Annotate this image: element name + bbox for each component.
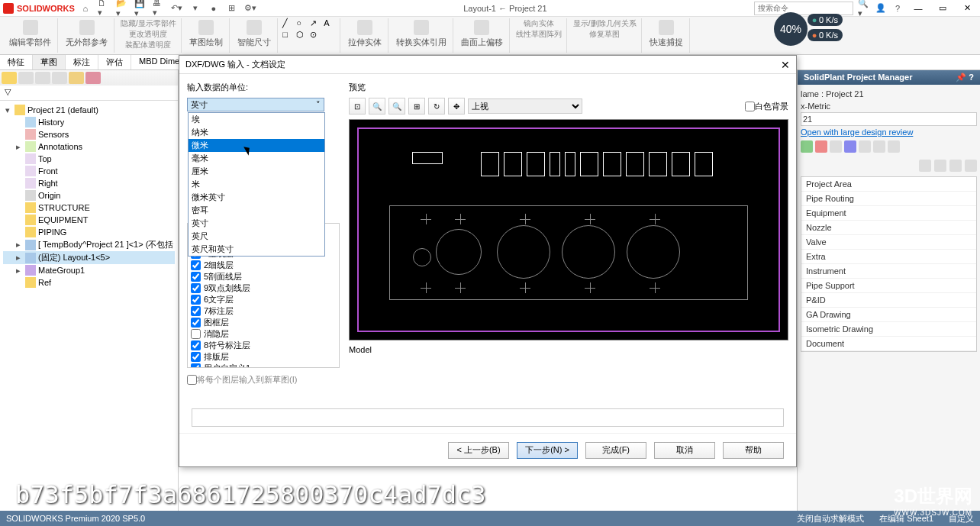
solidplant-tab[interactable] <box>85 72 101 84</box>
panel-pin-icon[interactable]: 📌 ? <box>956 73 974 82</box>
repair-sketch-button[interactable]: 修复草图 <box>589 29 620 40</box>
layer-item[interactable]: 排版层 <box>189 351 337 363</box>
tree-item[interactable]: STRUCTURE <box>3 202 175 214</box>
tree-item[interactable]: ▸MateGroup1 <box>3 264 175 276</box>
layer-item[interactable]: 5剖面线层 <box>189 271 337 282</box>
undo-icon[interactable]: ↶▾ <box>171 2 183 15</box>
unit-option[interactable]: 纳米 <box>189 126 324 139</box>
tab-annotate[interactable]: 标注 <box>66 55 98 69</box>
dimxpert-tab[interactable] <box>52 72 67 84</box>
unit-option[interactable]: 密耳 <box>189 204 324 217</box>
extrude-button[interactable]: 拉伸实体 <box>347 18 383 50</box>
zoom-out-icon[interactable]: 🔍 <box>388 98 405 115</box>
unit-option[interactable]: 米 <box>189 178 324 191</box>
category-item[interactable]: Document <box>801 337 976 351</box>
file-path-field[interactable] <box>192 408 784 427</box>
tab-sketch[interactable]: 草图 <box>33 55 66 69</box>
zoom-in-icon[interactable]: 🔍 <box>369 98 385 115</box>
tab-evaluate[interactable]: 评估 <box>98 55 131 69</box>
unit-option[interactable]: 英尺和英寸 <box>189 243 324 256</box>
layer-item[interactable]: 用户自定义1 <box>189 363 337 368</box>
layer-item[interactable]: 2细线层 <box>189 260 337 271</box>
unit-option[interactable]: 厘米 <box>189 165 324 178</box>
white-background-checkbox[interactable]: 白色背景 <box>745 101 788 112</box>
maximize-button[interactable]: ▭ <box>933 2 953 15</box>
flag-icon[interactable] <box>873 140 885 153</box>
import-each-layer-checkbox[interactable]: 将每个图层输入到新草图(I) <box>187 374 340 386</box>
unit-option[interactable]: 英寸 <box>189 217 324 230</box>
close-button[interactable]: ✕ <box>957 2 977 15</box>
open-large-design-link[interactable]: Open with large design review <box>801 126 977 138</box>
edit-component-button[interactable]: 编辑零部件 <box>8 18 53 50</box>
preview-canvas[interactable] <box>349 119 788 340</box>
tree-item[interactable]: History <box>3 116 175 128</box>
dialog-close-button[interactable]: ✕ <box>781 59 790 71</box>
finish-button[interactable]: 完成(F) <box>585 442 646 459</box>
display-manager-tab[interactable] <box>69 72 84 84</box>
tree-root[interactable]: ▾Project 21 (default) <box>3 104 175 116</box>
linear-pattern-button[interactable]: 线性草图阵列 <box>516 29 562 40</box>
select-icon[interactable]: ▾ <box>189 2 201 15</box>
settings-icon[interactable] <box>888 140 900 153</box>
sketch-button[interactable]: 草图绘制 <box>188 18 224 50</box>
config-manager-tab[interactable] <box>35 72 50 84</box>
minimize-button[interactable]: — <box>908 2 928 15</box>
assembly-trans-button[interactable]: 装配体透明度 <box>125 40 171 50</box>
property-manager-tab[interactable] <box>18 72 34 84</box>
refresh-icon[interactable] <box>830 140 842 153</box>
tree-item[interactable]: ▸[ TempBody^Project 21 ]<1> (不包括 <box>3 238 175 251</box>
tree-item[interactable]: Top <box>3 153 175 165</box>
cancel-button[interactable]: 取消 <box>654 442 715 459</box>
gear-icon[interactable]: ⚙▾ <box>244 2 256 15</box>
offset-surface-button[interactable]: 曲面上偏移 <box>459 18 505 50</box>
category-item[interactable]: P&ID <box>801 293 976 308</box>
hide-show-button[interactable]: 隐藏/显示零部件 <box>121 18 176 29</box>
rebuild-icon[interactable]: ● <box>208 2 220 15</box>
layer-item[interactable]: 7标注层 <box>189 305 337 317</box>
category-item[interactable]: Pipe Routing <box>801 192 976 206</box>
transparency-button[interactable]: 更改透明度 <box>129 29 167 40</box>
rotate-icon[interactable]: ↻ <box>428 98 445 115</box>
unit-option[interactable]: 毫米 <box>189 152 324 165</box>
layer-item[interactable]: 6文字层 <box>189 294 337 305</box>
category-item[interactable]: Extra <box>801 250 976 264</box>
zoom-area-icon[interactable]: ⊞ <box>408 98 425 115</box>
open-icon[interactable]: 📂▾ <box>116 2 128 15</box>
tab-features[interactable]: 特征 <box>0 55 33 69</box>
tree-item[interactable]: Origin <box>3 189 175 202</box>
tree-item[interactable]: Ref <box>3 276 175 289</box>
no-external-ref-button[interactable]: 无外部参考 <box>64 18 109 50</box>
tree-item[interactable]: Right <box>3 177 175 189</box>
unit-option[interactable]: 微米 <box>189 139 324 152</box>
smart-dim-button[interactable]: 智能尺寸 <box>236 18 272 50</box>
save-icon[interactable] <box>844 140 856 153</box>
tree-item[interactable]: ▸(固定) Layout-1<5> <box>3 251 175 264</box>
unit-option[interactable]: 埃 <box>189 113 324 126</box>
view-grid-icon[interactable] <box>934 160 946 172</box>
feature-manager-tab[interactable] <box>2 72 17 84</box>
unit-option[interactable]: 微米英寸 <box>189 191 324 204</box>
mirror-button[interactable]: 镜向实体 <box>524 18 554 29</box>
layer-item[interactable]: 消隐层 <box>189 328 337 340</box>
zoom-fit-icon[interactable]: ⊡ <box>349 98 366 115</box>
tree-item[interactable]: Sensors <box>3 128 175 140</box>
tree-item[interactable]: EQUIPMENT <box>3 214 175 226</box>
help-icon[interactable]: ? <box>891 2 904 15</box>
help-button[interactable]: 帮助 <box>723 442 784 459</box>
view-list-icon[interactable] <box>919 160 931 172</box>
convert-entities-button[interactable]: 转换实体引用 <box>395 18 448 50</box>
tree-item[interactable]: Front <box>3 165 175 177</box>
view-tree-icon[interactable] <box>949 160 962 172</box>
layer-item[interactable]: 9双点划线层 <box>189 282 337 294</box>
layer-item[interactable]: 图框层 <box>189 317 337 328</box>
quick-snap-button[interactable]: 快速捕捉 <box>648 18 685 50</box>
category-item[interactable]: Isometric Drawing <box>801 322 976 337</box>
home-icon[interactable]: ⌂ <box>79 2 92 15</box>
filter-bar[interactable]: ▽ <box>0 86 178 101</box>
view-filter-icon[interactable] <box>965 160 977 172</box>
new-icon[interactable]: 🗋▾ <box>98 2 110 15</box>
next-button[interactable]: 下一步(N) > <box>517 442 578 459</box>
category-item[interactable]: Equipment <box>801 206 976 221</box>
back-button[interactable]: < 上一步(B) <box>448 442 509 459</box>
category-item[interactable]: Nozzle <box>801 221 976 235</box>
